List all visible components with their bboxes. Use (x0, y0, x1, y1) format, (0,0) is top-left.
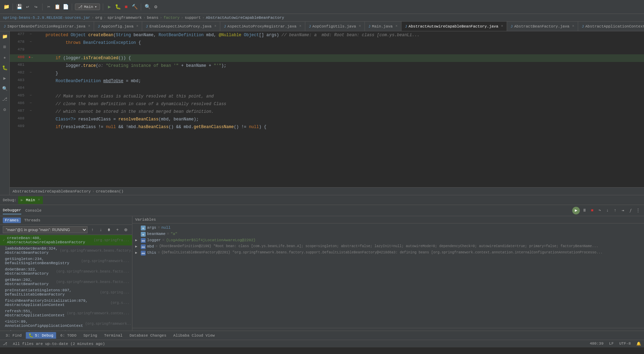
variable-this[interactable]: ▶ oo this = {DefaultListableBeanFactory@… (134, 250, 643, 256)
tab-close-icon[interactable]: × (88, 24, 90, 28)
debug-tab[interactable]: 🐛 5: Debug (26, 332, 56, 339)
step-out-button[interactable]: ↑ (612, 207, 618, 214)
step-over-button[interactable]: ↷ (597, 207, 603, 214)
move-up-button[interactable]: ↑ (89, 226, 96, 233)
breadcrumb-class: AbstractAutowireCapableBeanFactory (13, 189, 91, 194)
expand-icon[interactable]: ▶ (135, 251, 139, 255)
tab-close-icon[interactable]: × (396, 24, 398, 28)
stop-button[interactable]: ■ (123, 3, 130, 10)
stop-button[interactable]: ■ (589, 207, 595, 214)
fold-icon[interactable]: − (30, 101, 32, 105)
add-button[interactable]: + (114, 226, 121, 233)
debug-button[interactable]: 🐛 (114, 3, 121, 10)
thread-dropdown[interactable]: "main"@1 in group "main": RUNNING (3, 226, 87, 233)
evaluate-button[interactable]: 𝑓 (627, 207, 634, 214)
code-area[interactable]: 477 − protected Object createBean(String… (10, 31, 644, 187)
filter-button[interactable]: ⧯ (106, 226, 113, 233)
stack-frame-item[interactable]: getBean:202, AbstractBeanFactory (org.sp… (0, 277, 132, 287)
settings-icon[interactable]: ⚙ (152, 3, 159, 10)
structure-icon[interactable]: ⊞ (1, 43, 9, 51)
debug-session-name: Main (26, 198, 35, 202)
debug-session-tab[interactable]: ▶ Main × (18, 196, 43, 204)
fold-icon[interactable]: − (30, 40, 32, 44)
variable-logger[interactable]: ▶ oo logger = {LogAdapter$Slf4jLocationA… (134, 237, 643, 244)
undo-icon[interactable]: ↩ (24, 3, 31, 10)
variable-args[interactable]: o args = null (134, 225, 643, 231)
fold-icon[interactable]: − (30, 71, 32, 74)
tab-abstract-app[interactable]: J AbstractApplicationContext.java × (578, 22, 644, 31)
branch-selector[interactable]: ⎇ Main ▾ (75, 3, 100, 10)
frames-tab[interactable]: Frames (3, 218, 21, 223)
alibaba-tab[interactable]: Alibaba Cloud View (170, 332, 217, 339)
database-tab[interactable]: Database Changes (127, 332, 169, 339)
tab-close-icon[interactable]: × (359, 24, 361, 28)
tab-close-icon[interactable]: × (214, 24, 216, 28)
tab-abstract-autowire[interactable]: J AbstractAutowireCapableBeanFactory.jav… (401, 22, 507, 31)
run-to-cursor-button[interactable]: ⇥ (620, 207, 626, 214)
copy-icon[interactable]: 📋 (54, 3, 61, 10)
project-sidebar-icon[interactable]: 📁 (1, 33, 9, 40)
fold-icon[interactable]: − (30, 32, 32, 36)
spring-tab[interactable]: Spring (80, 332, 100, 339)
database-tab-label: Database Changes (130, 333, 167, 338)
move-down-button[interactable]: ↓ (97, 226, 104, 233)
variables-list: o args = null o beanName = "a" ▶ oo (132, 223, 644, 328)
tab-appconfig[interactable]: J AppConfig.java × (94, 22, 142, 31)
stack-frame-item[interactable]: finishBeanFactoryInitialization:879, Abs… (0, 298, 132, 308)
tab-enable-aspect[interactable]: J EnableAspectJAutoProxy.java × (142, 22, 220, 31)
fold-icon[interactable]: − (30, 94, 32, 97)
tab-close-icon[interactable]: × (299, 24, 301, 28)
paste-icon[interactable]: 📄 (62, 3, 69, 10)
tab-abstract-bean[interactable]: J AbstractBeanFactory.java × (507, 22, 578, 31)
tab-main[interactable]: J Main.java × (365, 22, 401, 31)
stack-frame-item[interactable]: refresh:551, AbstractApplicationContext … (0, 308, 132, 318)
project-icon[interactable]: 📁 (3, 3, 10, 10)
notifications-icon[interactable]: 🔔 (636, 341, 641, 346)
variable-beanname[interactable]: o beanName = "a" (134, 231, 643, 237)
stack-frame-item[interactable]: preInstantiateSingletons:897, DefaultLis… (0, 287, 132, 298)
horizontal-scrollbar[interactable] (132, 328, 644, 331)
stack-frame-item[interactable]: doGetBean:322, AbstractBeanFactory (org.… (0, 266, 132, 277)
resume-button[interactable]: ▶ (572, 207, 580, 214)
favorites-icon[interactable]: ★ (1, 54, 9, 61)
run-button[interactable]: ▶ (106, 3, 113, 10)
debug-sidebar-icon[interactable]: 🐛 (1, 64, 9, 72)
save-icon[interactable]: 💾 (16, 3, 23, 10)
threads-tab[interactable]: Threads (22, 218, 43, 223)
settings-sidebar-icon[interactable]: ⚙ (1, 106, 9, 113)
tab-debugger[interactable]: Debugger (3, 207, 21, 214)
stack-frame-item[interactable]: lambda$doGetBean$0:324, AbstractBeanFact… (0, 245, 132, 256)
stack-frame-item[interactable]: <init>:89, AnnotationConfigApplicationCo… (0, 318, 132, 329)
terminal-tab[interactable]: Terminal (101, 332, 125, 339)
tab-close-icon[interactable]: × (136, 24, 138, 28)
git-sidebar-icon[interactable]: ⎇ (1, 95, 9, 103)
stack-frame-item[interactable]: getSingleton:234, DefaultSingletonBeanRe… (0, 256, 132, 266)
code-editor[interactable]: 477 − protected Object createBean(String… (10, 31, 644, 195)
expand-icon[interactable]: ▶ (135, 244, 139, 249)
expand-icon[interactable]: ▶ (135, 238, 139, 242)
tab-aop-config[interactable]: J AopConfigUtils.java × (305, 22, 365, 31)
pause-button[interactable]: ⏸ (581, 207, 588, 214)
tab-close-icon[interactable]: × (501, 24, 503, 28)
fold-icon[interactable]: − (30, 109, 32, 113)
build-button[interactable]: 🔨 (131, 3, 138, 10)
tab-aspect-registrar[interactable]: J AspectJAutoProxyRegistrar.java × (220, 22, 305, 31)
search-icon[interactable]: 🔍 (144, 3, 151, 10)
redo-icon[interactable]: ↪ (32, 3, 39, 10)
run-sidebar-icon[interactable]: ▶ (1, 74, 9, 82)
find-sidebar-icon[interactable]: 🔍 (1, 85, 9, 93)
cut-icon[interactable]: ✂ (45, 3, 52, 10)
find-tab[interactable]: 3: Find (3, 332, 24, 339)
tab-console[interactable]: Console (25, 207, 41, 214)
copy-frames-button[interactable]: ⊕ (122, 226, 129, 233)
stack-frame-item[interactable]: main:8, Main (com.ys.beanLife) (0, 329, 132, 331)
step-into-button[interactable]: ↓ (604, 207, 611, 214)
todo-tab[interactable]: 6: TODO (58, 332, 79, 339)
breadcrumb: AbstractAutowireCapableBeanFactory › cre… (10, 187, 644, 195)
stack-frame-item[interactable]: ✓ createBean:480, AbstractAutowireCapabl… (0, 235, 132, 245)
tab-import-bean[interactable]: J ImportBeanDefinitionRegistrar.java × (0, 22, 94, 31)
more-debug-icon[interactable]: ⋮ (635, 207, 641, 214)
debug-session-close[interactable]: × (38, 198, 40, 202)
variable-mbd[interactable]: ▶ oo mbd = {RootBeanDefinition@2199} "Ro… (134, 244, 643, 250)
tab-close-icon[interactable]: × (572, 24, 574, 28)
